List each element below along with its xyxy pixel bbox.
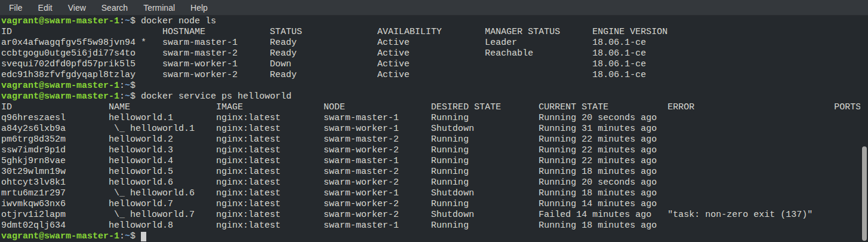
menu-bar: File Edit View Search Terminal Help — [0, 0, 868, 16]
table-row: otjrv1i2lapm \_ helloworld.7 nginx:lates… — [1, 210, 868, 220]
prompt-user: vagrant@swarm-master-1 — [1, 81, 119, 91]
table-row: svequi702dfd0pfd57prik5l5 swarm-worker-1… — [1, 59, 868, 70]
prompt-path: ~ — [125, 16, 130, 26]
prompt-dollar: $ — [130, 16, 136, 26]
table-row: ccbtgogu0utge5i6jdi77s4to swarm-master-2… — [1, 48, 868, 59]
terminal-screen[interactable]: vagrant@swarm-master-1:~$ docker node ls… — [0, 16, 868, 242]
menu-item-edit[interactable]: Edit — [30, 1, 60, 14]
prompt-colon: : — [119, 16, 125, 26]
prompt-path: ~ — [125, 91, 130, 102]
menu-item-help[interactable]: Help — [183, 1, 216, 14]
table-row: q96hreszaesl helloworld.1 nginx:latest s… — [1, 113, 868, 124]
menu-item-search[interactable]: Search — [94, 1, 136, 14]
table-row: mrtu6mz1r297 \_ helloworld.6 nginx:lates… — [1, 188, 868, 199]
prompt-colon: : — [119, 91, 125, 102]
prompt-path: ~ — [125, 231, 130, 241]
table-row: a84y2s6lxb9a \_ helloworld.1 nginx:lates… — [1, 124, 868, 134]
prompt-colon: : — [119, 81, 125, 91]
menu-item-view[interactable]: View — [60, 1, 94, 14]
table-row: ohtcyt3lv8k1 helloworld.6 nginx:latest s… — [1, 177, 868, 188]
command-text: docker node ls — [136, 16, 216, 26]
prompt-user: vagrant@swarm-master-1 — [1, 91, 119, 102]
table-row: edc91h38zfvfgdyqapl8tzlay swarm-worker-2… — [1, 70, 868, 81]
table-row: 9dmt02qlj634 helloworld.8 nginx:latest s… — [1, 220, 868, 231]
table-row: pm6trg8d352m helloworld.2 nginx:latest s… — [1, 134, 868, 145]
prompt-dollar: $ — [130, 231, 136, 241]
prompt-user: vagrant@swarm-master-1 — [1, 231, 119, 241]
prompt-dollar: $ — [130, 91, 136, 102]
prompt-path: ~ — [125, 81, 130, 91]
table-header-line: ID HOSTNAME STATUS AVAILABILITY MANAGER … — [1, 27, 868, 38]
prompt-space — [136, 231, 141, 241]
prompt-user: vagrant@swarm-master-1 — [1, 16, 119, 26]
prompt-line: vagrant@swarm-master-1:~$ — [1, 231, 868, 242]
menu-item-file[interactable]: File — [1, 1, 30, 14]
terminal-window: File Edit View Search Terminal Help vagr… — [0, 0, 868, 242]
prompt-colon: : — [119, 231, 125, 241]
scrollbar[interactable] — [860, 16, 868, 242]
menu-item-terminal[interactable]: Terminal — [136, 1, 183, 14]
table-row: iwvmkqw63nx6 helloworld.7 nginx:latest s… — [1, 199, 868, 210]
prompt-line: vagrant@swarm-master-1:~$ docker node ls — [1, 16, 868, 27]
table-row: 30t29wlmn19w helloworld.5 nginx:latest s… — [1, 167, 868, 177]
command-text: docker service ps helloworld — [136, 91, 291, 102]
terminal-cursor — [141, 232, 146, 241]
table-row: 5ghkj9rn8vae helloworld.4 nginx:latest s… — [1, 156, 868, 167]
prompt-line: vagrant@swarm-master-1:~$ — [1, 81, 868, 91]
scrollbar-thumb[interactable] — [862, 146, 867, 241]
table-row: ar0x4afwagqfgv5f5w98jvn94 * swarm-master… — [1, 38, 868, 48]
table-row: ssw7imdr9p1d helloworld.3 nginx:latest s… — [1, 145, 868, 156]
table-header-line: ID NAME IMAGE NODE DESIRED STATE CURRENT… — [1, 102, 868, 113]
prompt-line: vagrant@swarm-master-1:~$ docker service… — [1, 91, 868, 102]
prompt-dollar: $ — [130, 81, 136, 91]
